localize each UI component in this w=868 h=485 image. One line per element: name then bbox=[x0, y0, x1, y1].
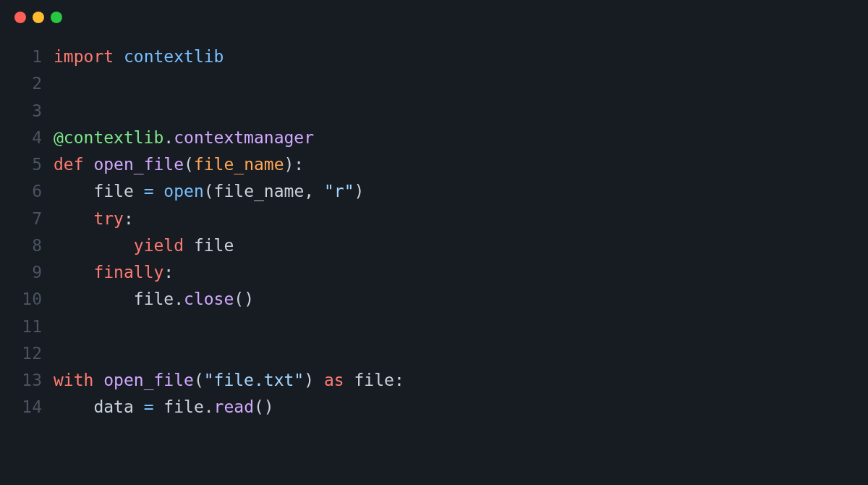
code-content[interactable]: file.close() bbox=[54, 286, 254, 313]
code-content[interactable] bbox=[54, 70, 64, 97]
code-line[interactable]: 10 file.close() bbox=[14, 286, 854, 313]
code-content[interactable] bbox=[54, 313, 64, 340]
code-line[interactable]: 4@contextlib.contextmanager bbox=[14, 125, 854, 151]
code-line[interactable]: 14 data = file.read() bbox=[14, 394, 854, 421]
code-line[interactable]: 2 bbox=[14, 70, 854, 97]
code-line[interactable]: 13with open_file("file.txt") as file: bbox=[14, 367, 854, 394]
code-content[interactable]: try: bbox=[54, 206, 134, 232]
zoom-dot[interactable] bbox=[51, 12, 62, 23]
code-line[interactable]: 8 yield file bbox=[14, 232, 854, 259]
code-editor[interactable]: 1import contextlib2 3 4@contextlib.conte… bbox=[0, 26, 868, 421]
code-line[interactable]: 12 bbox=[14, 340, 854, 367]
line-number: 8 bbox=[14, 232, 54, 259]
line-number: 7 bbox=[14, 206, 54, 232]
code-content[interactable]: file = open(file_name, "r") bbox=[54, 178, 364, 205]
line-number: 6 bbox=[14, 178, 54, 205]
line-number: 3 bbox=[14, 98, 54, 125]
code-content[interactable] bbox=[54, 98, 64, 125]
line-number: 5 bbox=[14, 151, 54, 178]
code-line[interactable]: 5def open_file(file_name): bbox=[14, 151, 854, 178]
code-line[interactable]: 9 finally: bbox=[14, 259, 854, 286]
code-content[interactable]: def open_file(file_name): bbox=[54, 151, 304, 178]
code-content[interactable]: import contextlib bbox=[54, 43, 224, 70]
line-number: 11 bbox=[14, 313, 54, 340]
line-number: 1 bbox=[14, 43, 54, 70]
code-content[interactable] bbox=[54, 340, 64, 367]
code-content[interactable]: yield file bbox=[54, 232, 234, 259]
close-dot[interactable] bbox=[14, 12, 26, 23]
line-number: 10 bbox=[14, 286, 54, 313]
line-number: 9 bbox=[14, 259, 54, 286]
line-number: 4 bbox=[14, 125, 54, 151]
minimize-dot[interactable] bbox=[33, 12, 44, 23]
code-line[interactable]: 1import contextlib bbox=[14, 43, 854, 70]
window-titlebar bbox=[0, 0, 868, 26]
code-content[interactable]: finally: bbox=[54, 259, 174, 286]
code-line[interactable]: 7 try: bbox=[14, 206, 854, 232]
code-content[interactable]: with open_file("file.txt") as file: bbox=[54, 367, 404, 394]
code-content[interactable]: @contextlib.contextmanager bbox=[54, 125, 314, 151]
code-line[interactable]: 3 bbox=[14, 98, 854, 125]
code-content[interactable]: data = file.read() bbox=[54, 394, 274, 421]
line-number: 12 bbox=[14, 340, 54, 367]
line-number: 13 bbox=[14, 367, 54, 394]
line-number: 14 bbox=[14, 394, 54, 421]
code-line[interactable]: 11 bbox=[14, 313, 854, 340]
code-line[interactable]: 6 file = open(file_name, "r") bbox=[14, 178, 854, 205]
line-number: 2 bbox=[14, 70, 54, 97]
